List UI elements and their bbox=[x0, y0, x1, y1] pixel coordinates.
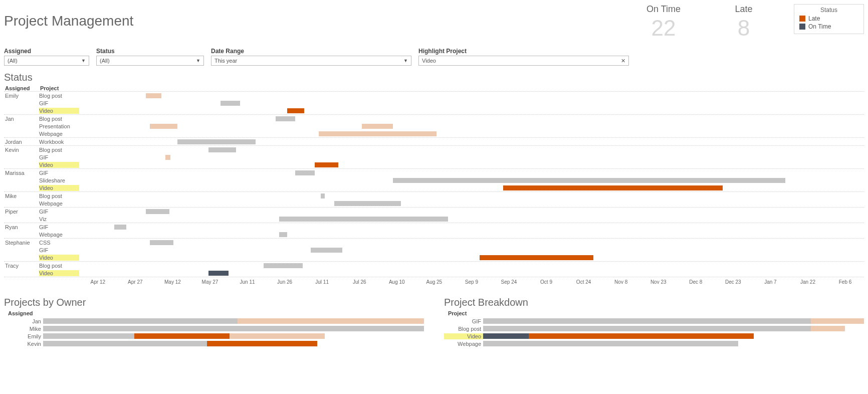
hbar-row[interactable]: Blog post bbox=[444, 325, 864, 332]
x-axis-tick: Sep 24 bbox=[490, 279, 528, 285]
breakdown-chart[interactable]: GIFBlog postVideoWebpage bbox=[444, 317, 864, 347]
kpi-late: Late 8 bbox=[714, 4, 774, 41]
gantt-row[interactable]: MikeBlog post bbox=[4, 192, 864, 200]
gantt-bar[interactable] bbox=[276, 116, 295, 121]
hbar-row[interactable]: GIF bbox=[444, 317, 864, 325]
hbar-segment[interactable] bbox=[43, 341, 207, 346]
legend-ontime-label: On Time bbox=[808, 23, 831, 31]
gantt-bar[interactable] bbox=[362, 124, 393, 129]
gantt-row[interactable]: PiperGIF bbox=[4, 208, 864, 215]
gantt-bar[interactable] bbox=[321, 193, 325, 199]
gantt-bar[interactable] bbox=[208, 271, 228, 276]
gantt-row[interactable]: TracyBlog post bbox=[4, 262, 864, 269]
gantt-bar[interactable] bbox=[295, 170, 315, 175]
hbar-row[interactable]: Webpage bbox=[444, 340, 864, 347]
hbar-segment[interactable] bbox=[43, 318, 238, 324]
filter-assigned-dropdown[interactable]: (All) ▼ bbox=[4, 56, 89, 66]
section-title-status: Status bbox=[4, 72, 864, 83]
gantt-row[interactable]: Webpage bbox=[4, 130, 864, 137]
gantt-bar[interactable] bbox=[503, 185, 723, 190]
gantt-bar[interactable] bbox=[279, 217, 448, 222]
hbar-row[interactable]: Video bbox=[444, 332, 864, 340]
hbar-row[interactable]: Emily bbox=[4, 332, 424, 340]
x-axis-tick: Jul 26 bbox=[341, 279, 378, 285]
gantt-bar[interactable] bbox=[311, 248, 342, 253]
filter-highlight-input[interactable]: Video ✕ bbox=[418, 56, 629, 66]
gantt-row[interactable]: KevinBlog post bbox=[4, 146, 864, 153]
gantt-chart[interactable]: Assigned Project EmilyBlog postGIFVideoJ… bbox=[4, 85, 864, 277]
gantt-row[interactable]: Slideshare bbox=[4, 176, 864, 184]
hbar-row[interactable]: Kevin bbox=[4, 340, 424, 347]
gantt-project: Blog post bbox=[39, 116, 79, 122]
hbar-segment[interactable] bbox=[230, 333, 325, 339]
gantt-row[interactable]: Viz bbox=[4, 215, 864, 223]
gantt-bar[interactable] bbox=[150, 124, 177, 129]
gantt-bar-area bbox=[79, 185, 864, 190]
gantt-row[interactable]: GIF bbox=[4, 246, 864, 254]
kpi-late-value: 8 bbox=[714, 16, 774, 41]
hbar-segment[interactable] bbox=[811, 326, 845, 331]
gantt-row[interactable]: Video bbox=[4, 107, 864, 114]
gantt-bar-area bbox=[79, 217, 864, 222]
gantt-bar[interactable] bbox=[480, 255, 593, 260]
gantt-bar[interactable] bbox=[264, 263, 303, 268]
clear-icon[interactable]: ✕ bbox=[621, 58, 625, 64]
gantt-project: GIF bbox=[39, 224, 79, 230]
gantt-bar-area bbox=[79, 271, 864, 276]
gantt-row[interactable]: Video bbox=[4, 184, 864, 191]
gantt-row[interactable]: JanBlog post bbox=[4, 115, 864, 122]
legend-item-ontime[interactable]: On Time bbox=[799, 23, 858, 31]
gantt-row[interactable]: Webpage bbox=[4, 231, 864, 238]
hbar-segment[interactable] bbox=[483, 333, 529, 339]
x-axis-tick: Apr 12 bbox=[79, 279, 117, 285]
hbar-segment[interactable] bbox=[529, 333, 753, 339]
breakdown-panel: Project Breakdown Project GIFBlog postVi… bbox=[444, 294, 864, 347]
gantt-bar[interactable] bbox=[334, 201, 401, 206]
hbar-segment[interactable] bbox=[134, 333, 230, 339]
hbar-track bbox=[483, 341, 864, 346]
gantt-bar[interactable] bbox=[146, 93, 161, 98]
gantt-row[interactable]: Video bbox=[4, 254, 864, 261]
hbar-segment[interactable] bbox=[238, 318, 424, 324]
gantt-bar[interactable] bbox=[208, 147, 236, 152]
gantt-group: EmilyBlog postGIFVideo bbox=[4, 91, 864, 114]
gantt-assignee: Ryan bbox=[4, 224, 39, 230]
hbar-row[interactable]: Mike bbox=[4, 325, 424, 332]
hbar-segment[interactable] bbox=[207, 341, 317, 346]
owners-chart[interactable]: JanMikeEmilyKevin bbox=[4, 317, 424, 347]
filter-status-dropdown[interactable]: (All) ▼ bbox=[96, 56, 204, 66]
hbar-segment[interactable] bbox=[43, 333, 134, 339]
gantt-bar[interactable] bbox=[165, 155, 170, 160]
hbar-segment[interactable] bbox=[483, 318, 811, 324]
gantt-bar[interactable] bbox=[146, 209, 169, 214]
gantt-bar[interactable] bbox=[150, 240, 173, 245]
gantt-row[interactable]: EmilyBlog post bbox=[4, 92, 864, 99]
gantt-bar[interactable] bbox=[177, 139, 256, 144]
filter-range-dropdown[interactable]: This year ▼ bbox=[211, 56, 411, 66]
gantt-bar[interactable] bbox=[114, 225, 126, 230]
legend-item-late[interactable]: Late bbox=[799, 15, 858, 23]
hbar-segment[interactable] bbox=[43, 326, 424, 331]
kpi-area: On Time 22 Late 8 Status Late On Time bbox=[633, 4, 864, 41]
hbar-row[interactable]: Jan bbox=[4, 317, 424, 325]
x-axis-tick: Nov 8 bbox=[602, 279, 640, 285]
gantt-bar[interactable] bbox=[279, 232, 287, 237]
hbar-segment[interactable] bbox=[483, 341, 738, 346]
gantt-row[interactable]: Presentation bbox=[4, 122, 864, 130]
hbar-segment[interactable] bbox=[483, 326, 811, 331]
gantt-row[interactable]: JordanWorkbook bbox=[4, 138, 864, 145]
gantt-row[interactable]: Video bbox=[4, 161, 864, 168]
gantt-row[interactable]: StephanieCSS bbox=[4, 239, 864, 246]
gantt-row[interactable]: Webpage bbox=[4, 200, 864, 207]
gantt-row[interactable]: MarissaGIF bbox=[4, 169, 864, 176]
gantt-row[interactable]: GIF bbox=[4, 99, 864, 107]
gantt-bar[interactable] bbox=[287, 108, 304, 113]
gantt-bar[interactable] bbox=[319, 131, 437, 136]
gantt-bar[interactable] bbox=[315, 162, 338, 167]
gantt-row[interactable]: RyanGIF bbox=[4, 223, 864, 231]
gantt-row[interactable]: Video bbox=[4, 269, 864, 277]
gantt-bar[interactable] bbox=[393, 178, 785, 183]
gantt-row[interactable]: GIF bbox=[4, 153, 864, 161]
gantt-bar[interactable] bbox=[221, 101, 240, 106]
hbar-segment[interactable] bbox=[811, 318, 864, 324]
